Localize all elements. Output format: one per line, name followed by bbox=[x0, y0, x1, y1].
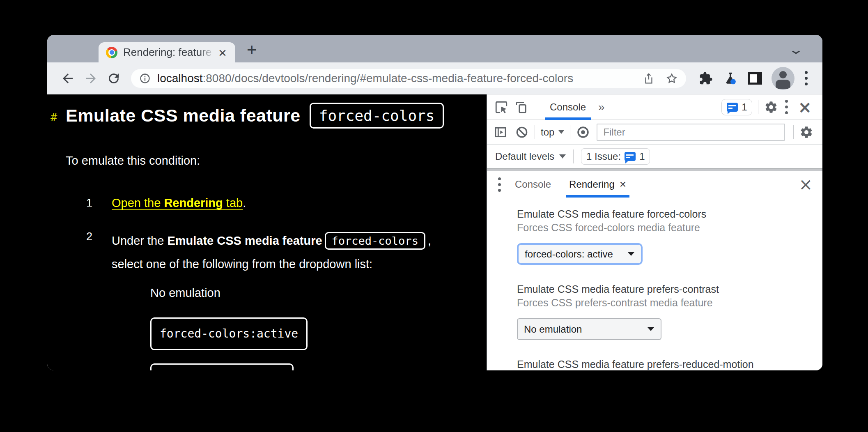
address-bar[interactable]: localhost:8080/docs/devtools/rendering/#… bbox=[131, 69, 686, 88]
site-info-icon[interactable] bbox=[139, 73, 151, 84]
chevron-down-icon bbox=[559, 154, 566, 159]
select-arrow-icon bbox=[648, 327, 654, 331]
url-text: localhost:8080/docs/devtools/rendering/#… bbox=[157, 72, 632, 85]
forward-icon[interactable] bbox=[83, 71, 98, 86]
issue-count-button[interactable]: 1 Issue: 1 bbox=[581, 148, 650, 165]
drawer-tabbar: Console Rendering × × bbox=[487, 171, 822, 198]
default-levels-dropdown[interactable]: Default levels bbox=[495, 151, 566, 162]
tab-title: Rendering: feature reference - bbox=[123, 46, 216, 59]
list-item: 1 Open the Rendering tab. bbox=[66, 195, 487, 210]
tab-search-chevron-icon[interactable]: ⌄ bbox=[788, 42, 804, 57]
drawer-tab-console[interactable]: Console bbox=[509, 171, 557, 198]
option-no-emulation: No emulation bbox=[150, 281, 431, 304]
drawer-splitter[interactable] bbox=[487, 168, 822, 171]
extension-area bbox=[693, 67, 813, 90]
drawer-menu-icon[interactable] bbox=[498, 177, 501, 192]
profile-avatar[interactable] bbox=[772, 67, 795, 90]
heading-anchor-link[interactable]: # bbox=[51, 111, 57, 124]
rendering-section-prefers-contrast: Emulate CSS media feature prefers-contra… bbox=[517, 283, 814, 340]
prefers-contrast-select[interactable]: No emulation bbox=[517, 318, 661, 340]
devtools-close-icon[interactable]: × bbox=[798, 99, 812, 115]
back-icon[interactable] bbox=[60, 71, 75, 86]
new-tab-button[interactable]: + bbox=[247, 41, 257, 59]
issues-counter-button[interactable]: 1 bbox=[721, 99, 752, 115]
filter-input[interactable] bbox=[597, 124, 785, 141]
drawer-tab-rendering[interactable]: Rendering × bbox=[563, 171, 632, 198]
browser-window: Rendering: feature reference - × + ⌄ loc… bbox=[47, 35, 822, 370]
chrome-favicon-icon bbox=[106, 47, 117, 58]
chrome-menu-icon[interactable] bbox=[804, 71, 808, 85]
screenshot-stage: Rendering: feature reference - × + ⌄ loc… bbox=[0, 0, 868, 432]
rendering-section-prefers-reduced-motion: Emulate CSS media feature prefers-reduce… bbox=[517, 358, 814, 370]
browser-tab[interactable]: Rendering: feature reference - × bbox=[99, 42, 235, 62]
open-rendering-tab-link[interactable]: Open the Rendering tab bbox=[112, 196, 243, 209]
drawer-close-icon[interactable]: × bbox=[799, 176, 813, 193]
device-toolbar-icon[interactable] bbox=[514, 100, 528, 114]
tab-close-icon[interactable]: × bbox=[218, 46, 227, 60]
close-rendering-tab-icon[interactable]: × bbox=[620, 179, 626, 190]
chevron-down-icon bbox=[558, 130, 564, 134]
forced-colors-select[interactable]: forced-colors: active bbox=[517, 243, 643, 265]
clear-console-icon[interactable] bbox=[515, 125, 529, 139]
page-heading: Emulate CSS media feature forced-colors bbox=[66, 103, 487, 129]
issue-bubble-icon bbox=[625, 152, 636, 161]
bookmark-star-icon[interactable] bbox=[666, 72, 678, 85]
option-forced-colors-active: forced-colors:active bbox=[150, 317, 308, 350]
settings-gear-icon[interactable] bbox=[764, 100, 778, 114]
share-icon[interactable] bbox=[643, 72, 655, 85]
issue-bubble-icon bbox=[727, 103, 738, 112]
devtools-panel: Console » 1 × bbox=[487, 94, 822, 370]
extensions-puzzle-icon[interactable] bbox=[699, 71, 713, 85]
intro-text: To emulate this condition: bbox=[66, 154, 487, 168]
rendering-section-forced-colors: Emulate CSS media feature forced-colors … bbox=[517, 207, 814, 265]
list-item: 2 Under the Emulate CSS media featurefor… bbox=[66, 229, 487, 370]
devtools-menu-icon[interactable] bbox=[785, 100, 788, 114]
devtools-tabbar: Console » 1 × bbox=[487, 94, 822, 120]
console-settings-gear-icon[interactable] bbox=[799, 125, 813, 139]
inline-code-chip: forced-colors bbox=[325, 232, 425, 250]
tab-console-main[interactable]: Console bbox=[545, 94, 591, 119]
console-sidebar-icon[interactable] bbox=[494, 125, 507, 139]
more-tabs-icon[interactable]: » bbox=[598, 101, 604, 114]
console-toolbar: top bbox=[487, 120, 822, 145]
live-expression-eye-icon[interactable] bbox=[576, 125, 590, 139]
context-selector[interactable]: top bbox=[541, 126, 564, 138]
reload-icon[interactable] bbox=[106, 71, 121, 86]
option-forced-colors-none: forced-colors:none bbox=[150, 363, 294, 370]
steps-list: 1 Open the Rendering tab. 2 Under the Em… bbox=[66, 195, 487, 370]
inspect-element-icon[interactable] bbox=[494, 100, 508, 114]
heading-code-chip: forced-colors bbox=[310, 103, 444, 129]
window-content: # Emulate CSS media feature forced-color… bbox=[47, 94, 822, 370]
side-panel-icon[interactable] bbox=[748, 72, 762, 85]
rendering-panel: Emulate CSS media feature forced-colors … bbox=[487, 198, 822, 370]
flask-extension-icon[interactable] bbox=[723, 71, 737, 85]
browser-toolbar: localhost:8080/docs/devtools/rendering/#… bbox=[47, 62, 822, 94]
page-content: # Emulate CSS media feature forced-color… bbox=[47, 94, 487, 370]
select-arrow-icon bbox=[628, 252, 634, 256]
console-levels-bar: Default levels 1 Issue: 1 bbox=[487, 145, 822, 168]
tab-strip: Rendering: feature reference - × + ⌄ bbox=[47, 35, 822, 62]
